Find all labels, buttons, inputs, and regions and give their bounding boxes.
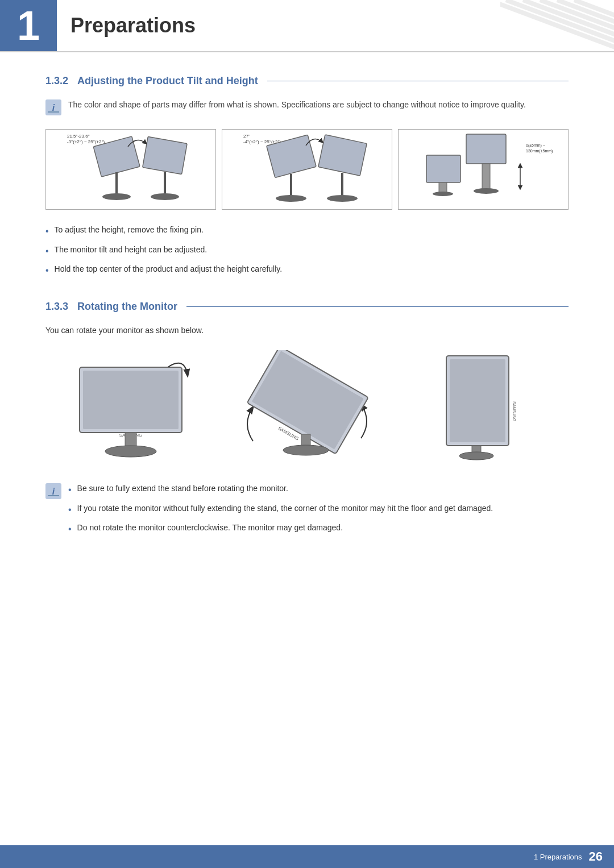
bullets-132: To adjust the height, remove the fixing …	[45, 223, 569, 278]
svg-point-13	[102, 193, 131, 200]
svg-text:i: i	[52, 103, 55, 113]
svg-point-38	[105, 446, 156, 457]
bullet-132-1: To adjust the height, remove the fixing …	[45, 223, 569, 239]
note-132: i The color and shape of parts may diffe…	[45, 98, 569, 115]
svg-rect-35	[83, 371, 179, 429]
chapter-number: 1	[0, 0, 57, 51]
section-132-heading: 1.3.2 Adjusting the Product Tilt and Hei…	[45, 75, 569, 87]
svg-text:27": 27"	[243, 134, 250, 139]
svg-rect-27	[466, 134, 506, 164]
section-133-number: 1.3.3	[45, 301, 68, 313]
bullets-133: Be sure to fully extend the stand before…	[68, 482, 493, 541]
section-divider	[267, 81, 569, 81]
bullet-133-2: If you rotate the monitor without fully …	[68, 502, 493, 517]
bullet-132-3: Hold the top center of the product and a…	[45, 263, 569, 278]
svg-rect-45	[450, 359, 505, 442]
rotation-diagram-2: SAMSUNG	[227, 350, 387, 464]
section-132-title: Adjusting the Product Tilt and Height	[77, 75, 258, 87]
rotation-diagrams: SAMSUNG	[45, 350, 569, 464]
tilt-diagram-1: 21.5"-23.6" -3°(±2°) ~ 25°(±2°)	[45, 129, 216, 210]
bullet-133-1: Be sure to fully extend the stand before…	[68, 482, 493, 497]
chapter-title: Preparations	[57, 0, 196, 51]
section-132-number: 1.3.2	[45, 75, 68, 87]
svg-point-29	[474, 188, 499, 194]
note-133-wrapper: i Be sure to fully extend the stand befo…	[45, 482, 569, 541]
svg-point-16	[151, 193, 179, 200]
page-content: 1.3.2 Adjusting the Product Tilt and Hei…	[0, 75, 614, 593]
svg-rect-14	[143, 136, 187, 174]
page-footer: 1 Preparations 26	[0, 845, 614, 868]
svg-rect-31	[426, 155, 460, 182]
rotation-diagram-3: SAMSUNG	[398, 350, 557, 464]
svg-text:0(±5mm) ~: 0(±5mm) ~	[526, 143, 545, 148]
svg-rect-28	[482, 164, 490, 189]
chapter-header: 1 Preparations	[0, 0, 614, 52]
svg-text:SAMSUNG: SAMSUNG	[512, 401, 516, 421]
bullet-132-2: The monitor tilt and height can be adjus…	[45, 243, 569, 259]
section-133-title: Rotating the Monitor	[77, 301, 177, 313]
svg-point-43	[283, 445, 329, 455]
svg-rect-32	[439, 182, 447, 193]
footer-text: 1 Preparations	[534, 853, 582, 861]
rotate-intro: You can rotate your monitor as shown bel…	[45, 324, 569, 337]
svg-text:i: i	[52, 487, 55, 496]
footer-page: 26	[589, 849, 603, 864]
section-133-divider	[186, 306, 569, 307]
note-133-icon: i	[45, 483, 61, 499]
svg-rect-22	[318, 135, 367, 176]
svg-point-33	[433, 192, 453, 196]
svg-text:21.5"-23.6": 21.5"-23.6"	[67, 134, 90, 139]
note-132-text: The color and shape of parts may differ …	[68, 98, 526, 111]
svg-text:-3°(±2°) ~ 25°(±2°): -3°(±2°) ~ 25°(±2°)	[67, 139, 105, 144]
bullet-133-3: Do not rotate the monitor counterclockwi…	[68, 521, 493, 537]
tilt-diagram-2: 27" -4°(±2°) ~ 25°(±2°)	[222, 129, 392, 210]
tilt-diagram-3: 0(±5mm) ~ 130mm(±5mm)	[398, 129, 569, 210]
svg-text:130mm(±5mm): 130mm(±5mm)	[526, 149, 553, 153]
svg-point-21	[276, 195, 306, 202]
section-133-heading: 1.3.3 Rotating the Monitor	[45, 301, 569, 313]
rotation-diagram-1: SAMSUNG	[57, 350, 216, 464]
svg-point-48	[459, 452, 493, 460]
svg-point-24	[327, 195, 358, 202]
tilt-diagrams: 21.5"-23.6" -3°(±2°) ~ 25°(±2°)	[45, 129, 569, 210]
note-icon: i	[45, 99, 61, 115]
chapter-decoration	[500, 0, 614, 51]
